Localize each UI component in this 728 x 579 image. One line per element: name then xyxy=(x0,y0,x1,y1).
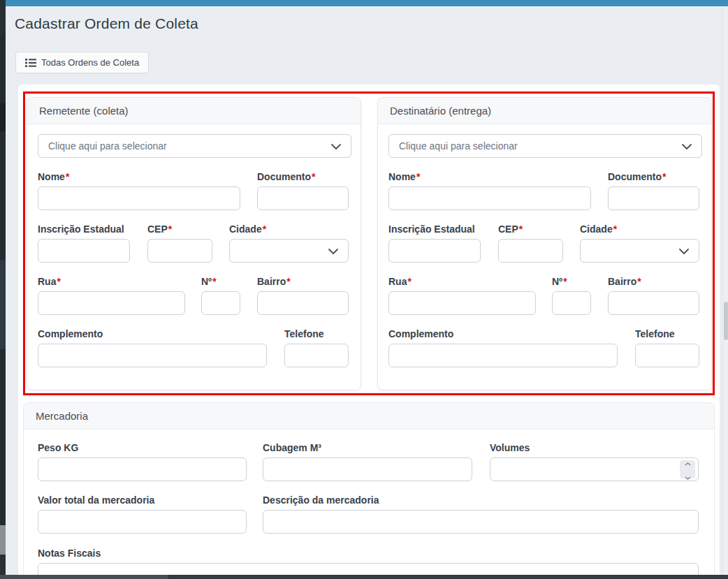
remetente-nome-input[interactable] xyxy=(38,186,240,210)
volumes-input[interactable] xyxy=(490,457,699,481)
required-asterisk: * xyxy=(263,223,266,235)
destinatario-cidade-select[interactable] xyxy=(580,239,699,263)
sidebar-segment xyxy=(0,525,6,555)
volumes-label: Volumes xyxy=(490,442,699,453)
destinatario-rua-input[interactable] xyxy=(388,291,536,315)
remetente-complemento-label: Complemento xyxy=(38,328,267,339)
required-asterisk: * xyxy=(662,171,666,182)
remetente-nome-label: Nome* xyxy=(38,171,240,182)
remetente-inscricao-input[interactable] xyxy=(38,239,130,263)
spinner-down-icon xyxy=(685,470,691,483)
remetente-bairro-label: Bairro* xyxy=(257,276,349,287)
destinatario-contact-select[interactable]: Clique aqui para selecionar xyxy=(388,134,702,158)
cubagem-input[interactable] xyxy=(263,457,472,481)
required-asterisk: * xyxy=(637,276,641,287)
all-orders-button[interactable]: Todas Ordens de Coleta xyxy=(15,52,149,73)
vertical-scrollbar[interactable] xyxy=(722,6,728,575)
destinatario-documento-input[interactable] xyxy=(608,186,699,210)
panel-mercadoria-title: Mercadoria xyxy=(24,403,714,430)
destinatario-rua-label: Rua* xyxy=(388,276,536,287)
required-asterisk: * xyxy=(57,276,60,287)
destinatario-documento-label: Documento* xyxy=(608,171,699,182)
destinatario-inscricao-input[interactable] xyxy=(388,239,481,263)
remetente-inscricao-label: Inscrição Estadual xyxy=(38,223,130,235)
scrollbar-thumb[interactable] xyxy=(724,302,728,340)
sidebar-segment xyxy=(0,0,6,35)
chevron-down-icon xyxy=(331,140,341,152)
remetente-bairro-input[interactable] xyxy=(257,291,349,315)
panel-remetente-title: Remetente (coleta) xyxy=(27,98,361,124)
volumes-spinner[interactable] xyxy=(680,460,695,478)
page-title: Cadastrar Ordem de Coleta xyxy=(15,15,198,32)
remetente-telefone-input[interactable] xyxy=(284,344,349,367)
destinatario-cep-input[interactable] xyxy=(498,239,563,263)
required-asterisk: * xyxy=(168,223,172,235)
chevron-down-icon xyxy=(328,245,338,256)
status-bar-text-remnant xyxy=(0,575,168,579)
required-asterisk: * xyxy=(286,276,290,287)
chevron-down-icon xyxy=(679,245,689,256)
descricao-input[interactable] xyxy=(263,510,699,534)
valor-total-input[interactable] xyxy=(38,510,247,534)
sidebar-segment xyxy=(0,103,6,131)
remetente-rua-input[interactable] xyxy=(38,291,185,315)
destinatario-numero-label: Nº* xyxy=(552,276,591,287)
descricao-label: Descrição da mercadoria xyxy=(263,494,699,506)
status-bar xyxy=(0,575,728,579)
destinatario-nome-label: Nome* xyxy=(388,171,591,182)
required-asterisk: * xyxy=(212,276,216,287)
destinatario-bairro-label: Bairro* xyxy=(608,276,699,287)
destinatario-telefone-label: Telefone xyxy=(635,328,699,339)
cubagem-label: Cubagem M³ xyxy=(263,442,472,453)
destinatario-inscricao-label: Inscrição Estadual xyxy=(388,223,481,235)
peso-kg-input[interactable] xyxy=(38,457,247,481)
remetente-cidade-select[interactable] xyxy=(229,239,349,263)
remetente-select-placeholder: Clique aqui para selecionar xyxy=(48,140,167,152)
remetente-telefone-label: Telefone xyxy=(284,328,349,339)
required-asterisk: * xyxy=(312,171,315,182)
remetente-cep-input[interactable] xyxy=(147,239,212,263)
required-asterisk: * xyxy=(416,171,420,182)
notas-fiscais-label: Notas Fiscais xyxy=(38,548,699,559)
destinatario-cep-label: CEP* xyxy=(498,223,563,235)
destinatario-bairro-input[interactable] xyxy=(608,291,699,315)
valor-total-label: Valor total da mercadoria xyxy=(38,494,247,506)
remetente-cidade-label: Cidade* xyxy=(229,223,349,235)
all-orders-button-label: Todas Ordens de Coleta xyxy=(41,57,139,68)
remetente-rua-label: Rua* xyxy=(38,276,185,287)
required-asterisk: * xyxy=(519,223,523,235)
required-asterisk: * xyxy=(613,223,617,235)
destinatario-complemento-label: Complemento xyxy=(388,328,618,339)
remetente-cep-label: CEP* xyxy=(147,223,212,235)
destinatario-cidade-label: Cidade* xyxy=(580,223,699,235)
destinatario-telefone-input[interactable] xyxy=(635,344,699,367)
required-asterisk: * xyxy=(407,276,411,287)
destinatario-numero-input[interactable] xyxy=(552,291,591,315)
collapsed-sidebar xyxy=(0,0,6,579)
required-asterisk: * xyxy=(563,276,567,287)
sidebar-segment xyxy=(0,555,6,575)
required-asterisk: * xyxy=(66,171,69,182)
remetente-numero-label: Nº* xyxy=(201,276,240,287)
remetente-numero-input[interactable] xyxy=(201,291,240,315)
spinner-up-icon xyxy=(685,456,691,469)
destinatario-nome-input[interactable] xyxy=(388,186,591,210)
remetente-complemento-input[interactable] xyxy=(38,344,267,367)
sidebar-segment xyxy=(0,260,6,349)
remetente-documento-input[interactable] xyxy=(257,186,349,210)
destinatario-select-placeholder: Clique aqui para selecionar xyxy=(399,140,518,152)
chevron-down-icon xyxy=(682,140,692,152)
remetente-contact-select[interactable]: Clique aqui para selecionar xyxy=(38,134,351,158)
list-icon xyxy=(25,58,36,68)
remetente-documento-label: Documento* xyxy=(257,171,349,182)
panel-destinatario-title: Destinatário (entrega) xyxy=(378,98,711,124)
panel-remetente: Remetente (coleta) Clique aqui para sele… xyxy=(27,97,361,390)
top-navbar xyxy=(6,0,728,6)
panel-mercadoria: Mercadoria Peso KG Cubagem M³ Volumes Va… xyxy=(23,402,715,579)
peso-kg-label: Peso KG xyxy=(38,442,247,453)
destinatario-complemento-input[interactable] xyxy=(388,344,618,367)
panel-destinatario: Destinatário (entrega) Clique aqui para … xyxy=(377,97,712,390)
